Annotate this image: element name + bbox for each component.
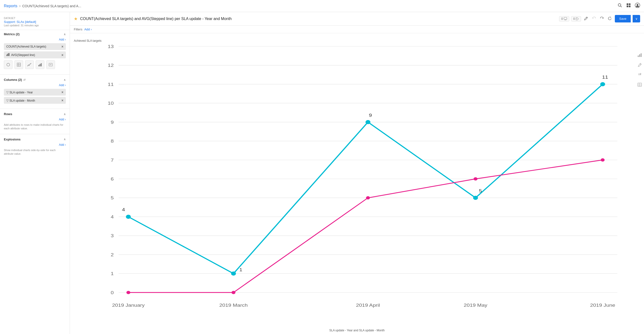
comment-count: 0	[561, 17, 563, 21]
metric-chip-0: COUNT(Achieved SLA targets) ×	[4, 43, 66, 50]
svg-text:10: 10	[108, 101, 114, 106]
metrics-title: Metrics (2)	[4, 32, 20, 36]
edit-icon[interactable]	[583, 16, 589, 22]
chart-type-bubble[interactable]	[4, 60, 12, 69]
svg-point-17	[28, 65, 29, 65]
columns-section: Columns (2) ⇄ ∧ Add › ▽ SLA update - Yea…	[0, 76, 70, 108]
svg-point-75	[366, 120, 370, 124]
svg-text:4: 4	[122, 207, 125, 212]
chart-wrapper: Achieved SLA targets	[70, 33, 644, 334]
chart-type-bar[interactable]	[36, 60, 44, 69]
svg-point-84	[232, 291, 236, 294]
rows-toggle[interactable]: ∧	[64, 113, 66, 116]
chart-svg: 0 1 2 3 4 5 6 7 8 9 10 11 12 13	[89, 38, 627, 317]
svg-rect-10	[9, 53, 10, 56]
user-avatar[interactable]	[635, 3, 640, 9]
columns-header: Columns (2) ⇄ ∧	[4, 78, 66, 82]
svg-line-33	[640, 64, 641, 65]
metrics-toggle[interactable]: ∧	[64, 33, 66, 36]
chart-bar-icon[interactable]	[637, 53, 642, 59]
column-filter-icon-0: ▽	[6, 91, 9, 94]
svg-rect-32	[640, 53, 642, 57]
metric-label-1: AVG(Stepped line)	[11, 53, 35, 57]
chart-type-table[interactable]	[14, 60, 23, 69]
svg-rect-36	[638, 83, 642, 86]
chart-type-text[interactable]	[46, 60, 55, 69]
metrics-section: Metrics (2) ∧ Add › COUNT(Achieved SLA t…	[0, 30, 70, 73]
svg-point-28	[576, 18, 577, 19]
report-title: COUNT(Achieved SLA targets) and AVG(Step…	[80, 17, 232, 21]
comment-count-badge[interactable]: 0	[559, 16, 569, 22]
filters-add-link[interactable]: Add ›	[84, 28, 92, 31]
dataset-name[interactable]: Support: SLAs [default]	[4, 20, 66, 24]
svg-rect-3	[629, 4, 630, 5]
explosions-add-link[interactable]: Add ›	[4, 143, 66, 147]
svg-point-7	[637, 4, 638, 6]
metric-remove-1[interactable]: ×	[62, 53, 64, 57]
columns-add-link[interactable]: Add ›	[4, 84, 66, 87]
svg-text:11: 11	[602, 75, 608, 80]
right-toolbar	[637, 53, 642, 88]
columns-toggle[interactable]: ∧	[64, 78, 66, 82]
svg-text:2: 2	[111, 252, 114, 257]
svg-rect-21	[38, 65, 39, 66]
svg-point-73	[126, 215, 131, 219]
svg-line-29	[586, 17, 587, 18]
column-remove-1[interactable]: ×	[62, 99, 64, 102]
svg-text:2019 May: 2019 May	[464, 303, 488, 308]
dataset-updated: Last updated: 31 minutes ago	[4, 24, 66, 27]
column-chip-1: ▽ SLA update - Month ×	[4, 97, 66, 104]
undo-icon[interactable]	[591, 16, 597, 22]
chart-type-line[interactable]	[25, 60, 34, 69]
redo-icon[interactable]	[599, 16, 605, 22]
chart-type-row	[4, 60, 66, 69]
svg-text:0: 0	[111, 290, 114, 295]
grid-icon[interactable]	[626, 3, 631, 9]
refresh-icon[interactable]	[607, 16, 613, 22]
svg-rect-5	[629, 6, 630, 7]
svg-rect-31	[639, 54, 640, 57]
sort-icon[interactable]	[637, 72, 642, 78]
svg-point-18	[29, 65, 30, 66]
column-remove-0[interactable]: ×	[62, 90, 64, 94]
favorite-star-icon[interactable]: ★	[74, 16, 78, 22]
metric-icon-1	[6, 53, 10, 57]
content-area: ★ COUNT(Achieved SLA targets) and AVG(St…	[70, 12, 644, 334]
save-button[interactable]: Save	[615, 15, 631, 23]
svg-rect-2	[627, 4, 628, 5]
reports-link[interactable]: Reports	[4, 4, 17, 8]
save-dropdown-button[interactable]: ∨	[633, 15, 640, 23]
svg-point-87	[601, 158, 605, 162]
svg-point-85	[366, 196, 370, 200]
report-header: ★ COUNT(Achieved SLA targets) and AVG(St…	[70, 12, 644, 26]
svg-rect-9	[8, 54, 8, 56]
rows-add-link[interactable]: Add ›	[4, 118, 66, 121]
search-icon[interactable]	[618, 3, 622, 9]
svg-text:2019 January: 2019 January	[112, 303, 145, 308]
svg-rect-22	[40, 64, 40, 66]
svg-rect-12	[17, 63, 20, 66]
tag-count-badge[interactable]: 0	[571, 16, 581, 22]
brush-icon[interactable]	[637, 63, 642, 69]
metric-chip-1: AVG(Stepped line) ×	[4, 51, 66, 58]
column-chip-0: ▽ SLA update - Year ×	[4, 89, 66, 96]
explosions-title: Explosions	[4, 138, 20, 141]
svg-point-16	[28, 66, 28, 66]
svg-line-1	[620, 6, 622, 7]
svg-rect-24	[49, 63, 52, 66]
metric-label-0: COUNT(Achieved SLA targets)	[6, 45, 46, 48]
breadcrumb: Reports > COUNT(Achieved SLA targets) an…	[4, 4, 81, 8]
table-icon[interactable]	[637, 82, 642, 88]
metrics-add-link[interactable]: Add ›	[4, 38, 66, 41]
metrics-header: Metrics (2) ∧	[4, 32, 66, 36]
svg-text:9: 9	[369, 113, 372, 118]
explosions-section: Explosions ∧ Add › Show individual chart…	[0, 135, 70, 158]
metric-remove-0[interactable]: ×	[62, 45, 64, 49]
svg-point-19	[30, 64, 30, 65]
svg-text:3: 3	[111, 233, 114, 238]
svg-text:2019 March: 2019 March	[219, 303, 248, 308]
nav-actions	[618, 3, 640, 9]
top-nav: Reports > COUNT(Achieved SLA targets) an…	[0, 0, 644, 12]
explosions-toggle[interactable]: ∧	[64, 138, 66, 141]
columns-sort-icon[interactable]: ⇄	[24, 78, 26, 81]
